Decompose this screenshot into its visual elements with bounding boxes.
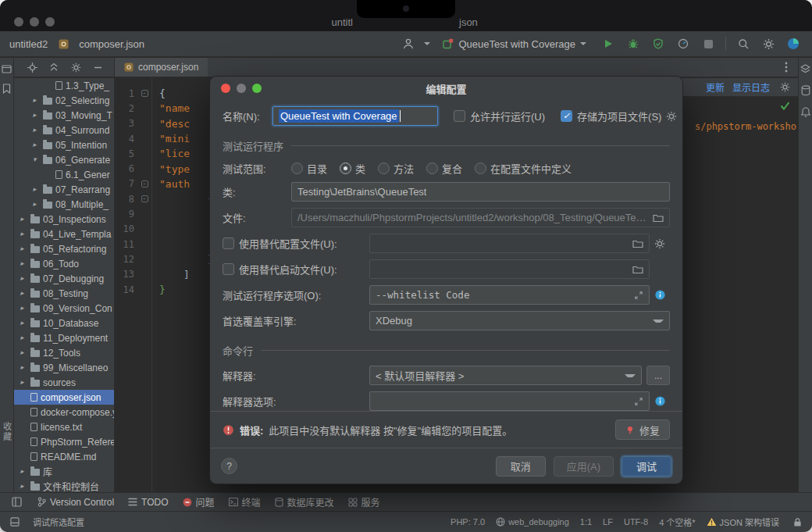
file-encoding[interactable]: UTF-8 — [624, 517, 648, 527]
hide-panel-icon[interactable] — [91, 60, 105, 74]
breadcrumb-file[interactable]: composer.json — [79, 38, 144, 50]
debug-bug-button[interactable] — [624, 34, 643, 53]
tree-item[interactable]: 6.1_Gener — [14, 167, 114, 182]
tree-item-external-libraries[interactable]: 库 — [14, 464, 114, 479]
help-button[interactable]: ? — [221, 458, 237, 474]
cancel-button[interactable]: 取消 — [496, 456, 546, 477]
info-icon[interactable] — [650, 289, 670, 301]
expand-icon[interactable] — [629, 397, 643, 406]
interpreter-options-input[interactable] — [369, 391, 650, 411]
more-options-icon[interactable] — [779, 60, 793, 74]
status-tool-window-icon[interactable] — [8, 515, 22, 529]
tree-item[interactable]: 11_Deployment — [14, 330, 114, 345]
panel-settings-gear-icon[interactable] — [69, 60, 83, 74]
dialog-close-button[interactable] — [221, 84, 230, 93]
collapse-all-icon[interactable] — [47, 60, 61, 74]
run-button[interactable] — [599, 34, 618, 53]
project-tool-icon[interactable] — [2, 64, 12, 74]
server-config[interactable]: web_debugging — [496, 517, 569, 527]
tree-item[interactable]: 99_Miscellaneo — [14, 360, 114, 375]
tree-item[interactable]: 10_Database — [14, 316, 114, 330]
window-zoom-button[interactable] — [45, 17, 55, 27]
fix-button[interactable]: 修复 — [615, 420, 670, 440]
notifications-bell-icon[interactable] — [801, 107, 810, 117]
info-icon[interactable] — [650, 395, 670, 407]
alt-config-checkbox[interactable]: 使用替代配置文件(U): — [223, 236, 369, 251]
tree-item[interactable]: license.txt — [14, 420, 114, 434]
breadcrumb-project[interactable]: untitled2 — [9, 38, 48, 50]
tree-item[interactable]: 09_Version_Con — [14, 301, 114, 316]
tree-item[interactable]: README.md — [14, 449, 114, 464]
profiler-button[interactable] — [674, 34, 693, 53]
php-version[interactable]: PHP: 7.0 — [451, 517, 485, 527]
json-schema-error[interactable]: JSON 架构错误 — [707, 516, 779, 528]
layers-tool-icon[interactable] — [800, 64, 810, 74]
fold-icon[interactable] — [141, 180, 148, 187]
settings-gear-icon[interactable] — [759, 34, 778, 53]
tree-item[interactable]: 04_Surround — [14, 123, 114, 137]
dialog-zoom-button[interactable] — [252, 84, 262, 93]
class-input[interactable]: Testing\JetBrains\QueueTest — [291, 182, 670, 202]
tree-item-selected[interactable]: composer.json — [14, 390, 114, 405]
folder-browse-icon[interactable] — [648, 213, 664, 223]
tool-windows-switcher-icon[interactable] — [9, 495, 23, 509]
toolwindow-terminal[interactable]: 终端 — [229, 495, 261, 509]
tree-item[interactable]: 12_Tools — [14, 345, 114, 360]
show-log-link[interactable]: 显示日志 — [732, 80, 770, 94]
tree-item[interactable]: 07_Debugging — [14, 271, 114, 286]
store-as-project-checkbox[interactable]: 存储为项目文件(S) — [561, 109, 661, 123]
apply-button[interactable]: 应用(A) — [554, 456, 614, 477]
alt-config-gear-icon[interactable] — [650, 238, 670, 249]
interpreter-browse-button[interactable]: ... — [646, 366, 670, 385]
stop-button[interactable] — [699, 34, 718, 53]
favorites-tool-button[interactable]: 收藏 — [1, 422, 13, 442]
tree-item-scratches[interactable]: 文件和控制台 — [14, 479, 114, 492]
editor-tab-composer-json[interactable]: composer.json — [115, 58, 208, 77]
scope-radio-class[interactable]: 类 — [340, 161, 365, 176]
interpreter-select[interactable]: < 默认项目解释器 > — [369, 366, 642, 385]
tree-item[interactable]: 02_Selecting — [14, 93, 114, 108]
scope-radio-defined-in-config[interactable]: 在配置文件中定义 — [475, 161, 572, 176]
tree-item[interactable]: 1.3_Type_ — [14, 78, 114, 93]
window-close-button[interactable] — [14, 17, 23, 27]
tree-item[interactable]: 08_Multiple_ — [14, 197, 114, 212]
bookmarks-tool-icon[interactable] — [2, 84, 11, 94]
window-minimize-button[interactable] — [30, 17, 39, 27]
update-link[interactable]: 更新 — [706, 80, 725, 94]
toolwindow-problems[interactable]: 问题 — [183, 495, 215, 509]
caret-position[interactable]: 1:1 — [580, 517, 592, 527]
alt-bootstrap-checkbox[interactable]: 使用替代启动文件(U): — [223, 262, 369, 277]
run-config-selector[interactable]: QueueTest with Coverage — [436, 37, 593, 52]
tree-item[interactable]: 05_Intention — [14, 137, 114, 152]
store-settings-gear-icon[interactable] — [661, 111, 682, 122]
tree-item[interactable]: 03_Moving_T — [14, 108, 114, 123]
tree-item[interactable]: 06_Todo — [14, 256, 114, 271]
tree-item[interactable]: sources — [14, 375, 114, 390]
panel-gear-icon[interactable] — [778, 80, 792, 95]
tree-item[interactable]: 07_Rearrang — [14, 182, 114, 197]
expand-icon[interactable] — [629, 291, 643, 300]
tree-item[interactable]: docker-compose.y — [14, 405, 114, 420]
scope-radio-composite[interactable]: 复合 — [426, 161, 462, 176]
folder-browse-icon[interactable] — [628, 239, 643, 248]
database-tool-icon[interactable] — [801, 85, 810, 96]
locate-file-icon[interactable] — [25, 60, 39, 74]
folder-browse-icon[interactable] — [628, 265, 643, 274]
debug-button[interactable]: 调试 — [621, 456, 671, 477]
coverage-engine-select[interactable]: XDebug — [369, 311, 670, 330]
toolwindow-version-control[interactable]: Version Control — [37, 497, 114, 508]
fold-icon[interactable] — [141, 90, 148, 97]
ide-badge-icon[interactable] — [784, 34, 803, 53]
run-with-coverage-button[interactable] — [649, 34, 668, 53]
indent-style[interactable]: 4 个空格* — [659, 516, 695, 528]
lock-icon[interactable] — [790, 515, 804, 529]
allow-parallel-checkbox[interactable]: 允许并行运行(U) — [454, 109, 545, 123]
line-separator[interactable]: LF — [603, 517, 613, 527]
tree-item[interactable]: 04_Live_Templa — [14, 227, 114, 241]
tree-item[interactable]: 08_Testing — [14, 286, 114, 301]
runner-options-input[interactable]: --whitelist Code — [369, 285, 650, 305]
scope-radio-directory[interactable]: 目录 — [291, 161, 327, 176]
tree-item[interactable]: 05_Refactoring — [14, 241, 114, 256]
toolwindow-database-changes[interactable]: 数据库更改 — [275, 495, 334, 509]
tree-item[interactable]: PhpStorm_Referen — [14, 434, 114, 449]
